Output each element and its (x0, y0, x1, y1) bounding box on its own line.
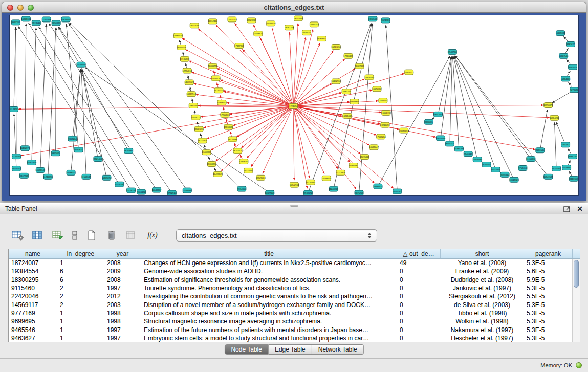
graph-edge[interactable] (66, 24, 78, 150)
minimize-window-button[interactable] (17, 5, 24, 11)
network-canvas[interactable]: 1724094154895421604621617135278127548131… (9, 15, 579, 196)
table-function-green-icon[interactable] (51, 229, 64, 242)
graph-node-label: 9586140 (569, 155, 577, 158)
graph-node-label: 10672945 (433, 113, 443, 116)
table-selector-dropdown[interactable]: citations_edges.txt (176, 229, 377, 242)
graph-edge[interactable] (217, 68, 293, 106)
graph-edge[interactable] (555, 122, 557, 168)
graph-edge[interactable] (293, 106, 381, 112)
graph-edge[interactable] (293, 106, 369, 145)
table-row[interactable]: 1456911722003Disruption of a novel membe… (9, 300, 580, 309)
tab-network-table[interactable]: Network Table (312, 344, 364, 355)
scrollbar-thumb[interactable] (574, 260, 579, 288)
graph-edge[interactable] (69, 23, 187, 190)
graph-edge[interactable] (25, 24, 26, 148)
table-cell: 5.3E-5 (524, 310, 573, 317)
table-cell: Dudbridge et al. (2008) (441, 276, 524, 283)
column-header-title[interactable]: title (141, 249, 397, 258)
close-panel-icon[interactable]: ✕ (577, 205, 583, 212)
float-panel-icon[interactable] (563, 206, 571, 212)
table-row[interactable]: 2242004622012Investigating the contribut… (9, 292, 580, 300)
graph-edge[interactable] (39, 27, 142, 192)
table-row[interactable]: 969969511998Structural magnetic resonanc… (9, 317, 580, 325)
graph-edge[interactable] (16, 27, 16, 157)
graph-edge[interactable] (293, 105, 543, 106)
graph-edge[interactable] (18, 106, 293, 109)
column-header-name[interactable]: name (9, 249, 57, 258)
graph-edge[interactable] (293, 106, 324, 174)
graph-edge[interactable] (455, 56, 531, 159)
graph-edge[interactable] (454, 56, 496, 170)
graph-node-label: 9650327 (52, 21, 61, 24)
graph-edge[interactable] (293, 102, 350, 106)
graph-edge[interactable] (193, 83, 293, 106)
graph-edge[interactable] (540, 110, 547, 150)
graph-edge[interactable] (14, 114, 16, 168)
graph-edge[interactable] (226, 103, 293, 106)
graph-edge[interactable] (14, 27, 16, 110)
table-vertical-scrollbar[interactable] (572, 259, 580, 342)
graph-node-label: 9283645 (536, 149, 545, 151)
graph-edge[interactable] (216, 25, 293, 106)
table-settings-icon[interactable] (11, 229, 25, 242)
table-panel-header[interactable]: Table Panel ✕ (0, 203, 588, 214)
graph-edge[interactable] (186, 50, 293, 106)
graph-edge[interactable] (289, 32, 293, 106)
table-row[interactable]: 911546021997Tourette syndrome. Phenomeno… (9, 284, 580, 292)
delete-icon[interactable] (105, 229, 118, 242)
graph-edge[interactable] (454, 56, 514, 180)
table-row[interactable]: 946362711997Embryonic stem cells: a mode… (9, 334, 580, 342)
graph-edge[interactable] (441, 56, 452, 138)
graph-edge[interactable] (556, 122, 565, 145)
import-table-icon[interactable] (125, 229, 138, 242)
select-columns-icon[interactable] (31, 229, 45, 242)
column-header-out_de[interactable]: △ out_de… (397, 249, 441, 258)
graph-edge[interactable] (40, 24, 47, 170)
close-window-button[interactable] (7, 5, 13, 11)
graph-edge[interactable] (293, 106, 394, 188)
graph-edge[interactable] (293, 106, 375, 183)
graph-edge[interactable] (293, 106, 294, 180)
column-header-year[interactable]: year (104, 249, 141, 258)
graph-edge[interactable] (251, 106, 293, 167)
graph-edge[interactable] (198, 106, 293, 106)
graph-edge[interactable] (293, 106, 307, 188)
tab-node-table[interactable]: Node Table (224, 344, 269, 355)
column-header-in_degree[interactable]: in_degree (57, 249, 104, 258)
tab-edge-table[interactable]: Edge Table (269, 344, 312, 355)
rows-icon[interactable] (71, 229, 78, 242)
graph-node-label: 15478620 (253, 32, 263, 35)
graph-edge[interactable] (56, 28, 56, 154)
graph-edge[interactable] (49, 23, 157, 190)
function-icon[interactable]: f(x) (145, 229, 160, 242)
graph-edge[interactable] (386, 25, 397, 191)
graph-node-label: 11156370 (526, 158, 536, 160)
graph-node-label: 10529483 (472, 158, 482, 161)
column-header-short[interactable]: short (441, 249, 524, 258)
graph-edge[interactable] (81, 69, 86, 177)
table-row[interactable]: 977716911998Corpus callosum shape and si… (9, 309, 580, 317)
table-row[interactable]: 1830029562008Estimation of significance … (9, 276, 580, 284)
graph-edge[interactable] (32, 28, 36, 163)
graph-edge[interactable] (293, 83, 332, 106)
table-row[interactable]: 1872400712008Changes of HCN gene express… (9, 259, 580, 267)
table-row[interactable]: 946554611997Estimation of the future num… (9, 325, 580, 334)
graph-edge[interactable] (29, 23, 132, 191)
graph-edge[interactable] (189, 61, 293, 106)
graph-edge[interactable] (196, 95, 293, 106)
graph-edge[interactable] (235, 23, 293, 106)
graph-edge[interactable] (450, 56, 452, 144)
column-header-pagerank[interactable]: pagerank (524, 249, 573, 258)
graph-edge[interactable] (293, 29, 313, 106)
zoom-window-button[interactable] (28, 5, 34, 11)
graph-edge[interactable] (247, 106, 293, 158)
graph-node-label: 11428750 (126, 189, 136, 192)
graph-node-label: 10165892 (102, 177, 112, 179)
table-row[interactable]: 1938455462009Genome-wide association stu… (9, 267, 580, 275)
splitter-handle[interactable] (290, 205, 298, 207)
table-cell: Tourette syndrome. Phenomenology and cla… (141, 285, 397, 292)
graph-edge[interactable] (378, 56, 450, 186)
window-titlebar[interactable]: citations_edges.txt (2, 2, 586, 13)
new-file-icon[interactable] (85, 229, 98, 242)
graph-edge[interactable] (453, 56, 477, 160)
